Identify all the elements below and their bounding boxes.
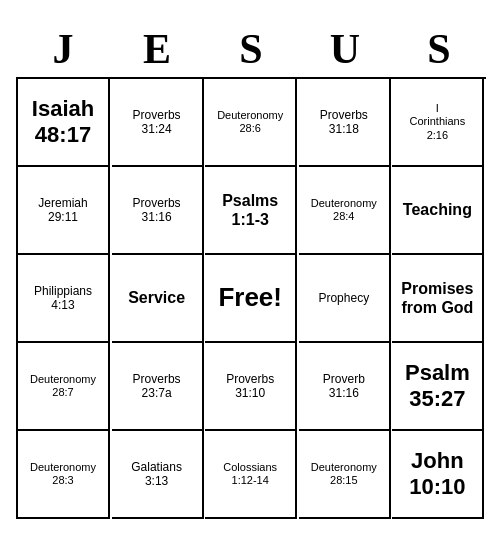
cell-text: Proverbs23:7a — [133, 372, 181, 401]
cell-text: ICorinthians2:16 — [410, 102, 466, 142]
cell-r4-c4[interactable]: John10:10 — [392, 431, 484, 519]
cell-r0-c3[interactable]: Proverbs31:18 — [299, 79, 391, 167]
bingo-header: JESUS — [16, 25, 486, 73]
cell-r1-c0[interactable]: Jeremiah29:11 — [18, 167, 110, 255]
cell-r4-c1[interactable]: Galatians3:13 — [112, 431, 204, 519]
cell-text: Deuteronomy28:6 — [217, 109, 283, 135]
cell-r3-c0[interactable]: Deuteronomy28:7 — [18, 343, 110, 431]
cell-text: Psalm35:27 — [405, 360, 470, 413]
cell-r3-c4[interactable]: Psalm35:27 — [392, 343, 484, 431]
cell-text: Proverbs31:24 — [133, 108, 181, 137]
cell-r0-c4[interactable]: ICorinthians2:16 — [392, 79, 484, 167]
cell-r1-c3[interactable]: Deuteronomy28:4 — [299, 167, 391, 255]
header-letter-s: S — [392, 25, 486, 73]
cell-text: Isaiah48:17 — [32, 96, 94, 149]
cell-r2-c2[interactable]: Free! — [205, 255, 297, 343]
header-letter-s: S — [204, 25, 298, 73]
cell-r2-c4[interactable]: Promisesfrom God — [392, 255, 484, 343]
cell-text: Deuteronomy28:3 — [30, 461, 96, 487]
cell-text: Proverbs31:16 — [133, 196, 181, 225]
cell-text: Teaching — [403, 200, 472, 219]
cell-r3-c3[interactable]: Proverb31:16 — [299, 343, 391, 431]
cell-text: Deuteronomy28:4 — [311, 197, 377, 223]
cell-r0-c1[interactable]: Proverbs31:24 — [112, 79, 204, 167]
cell-r2-c3[interactable]: Prophecy — [299, 255, 391, 343]
cell-text: John10:10 — [409, 448, 465, 501]
bingo-grid: Isaiah48:17Proverbs31:24Deuteronomy28:6P… — [16, 77, 486, 519]
cell-text: Deuteronomy28:7 — [30, 373, 96, 399]
cell-r3-c1[interactable]: Proverbs23:7a — [112, 343, 204, 431]
cell-text: Service — [128, 288, 185, 307]
cell-text: Psalms1:1-3 — [222, 191, 278, 229]
cell-text: Free! — [218, 282, 282, 313]
cell-text: Galatians3:13 — [131, 460, 182, 489]
cell-r4-c0[interactable]: Deuteronomy28:3 — [18, 431, 110, 519]
header-letter-u: U — [298, 25, 392, 73]
cell-r4-c2[interactable]: Colossians1:12-14 — [205, 431, 297, 519]
cell-r2-c0[interactable]: Philippians4:13 — [18, 255, 110, 343]
cell-text: Proverbs31:10 — [226, 372, 274, 401]
cell-r4-c3[interactable]: Deuteronomy28:15 — [299, 431, 391, 519]
header-letter-e: E — [110, 25, 204, 73]
header-letter-j: J — [16, 25, 110, 73]
cell-r0-c0[interactable]: Isaiah48:17 — [18, 79, 110, 167]
cell-r1-c2[interactable]: Psalms1:1-3 — [205, 167, 297, 255]
cell-text: Promisesfrom God — [401, 279, 473, 317]
cell-r1-c4[interactable]: Teaching — [392, 167, 484, 255]
cell-text: Proverb31:16 — [323, 372, 365, 401]
cell-text: Jeremiah29:11 — [38, 196, 87, 225]
cell-text: Proverbs31:18 — [320, 108, 368, 137]
cell-text: Philippians4:13 — [34, 284, 92, 313]
cell-text: Colossians1:12-14 — [223, 461, 277, 487]
cell-r2-c1[interactable]: Service — [112, 255, 204, 343]
cell-r0-c2[interactable]: Deuteronomy28:6 — [205, 79, 297, 167]
cell-text: Deuteronomy28:15 — [311, 461, 377, 487]
cell-r1-c1[interactable]: Proverbs31:16 — [112, 167, 204, 255]
cell-r3-c2[interactable]: Proverbs31:10 — [205, 343, 297, 431]
cell-text: Prophecy — [318, 291, 369, 305]
bingo-card: JESUS Isaiah48:17Proverbs31:24Deuteronom… — [6, 15, 496, 529]
